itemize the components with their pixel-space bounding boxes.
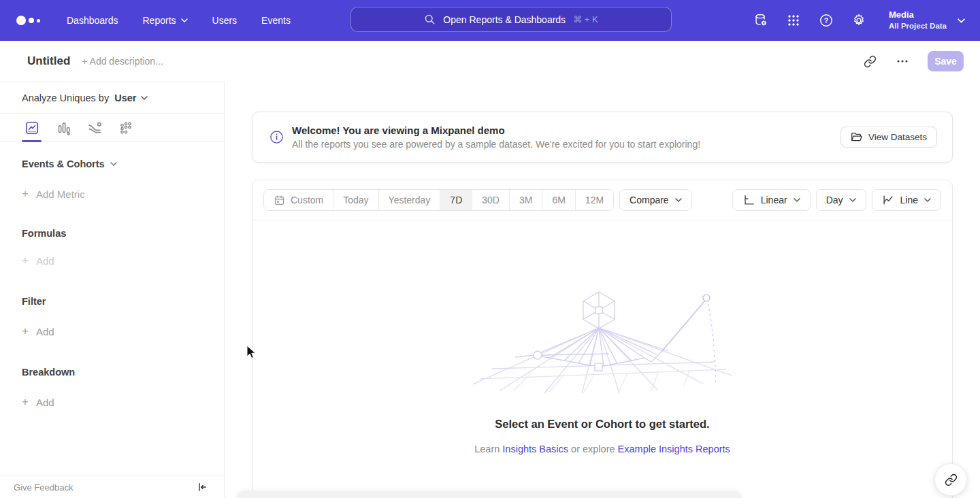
help-icon[interactable]: ? [818,12,834,29]
nav-item-events[interactable]: Events [261,15,291,26]
formulas-section-label: Formulas [22,228,202,239]
chart-card: Custom Today Yesterday 7D 30D 3M 6M 12M … [252,180,953,498]
tab-flows[interactable] [84,118,104,137]
peeking-card-edge [236,491,742,498]
compare-dropdown[interactable]: Compare [619,189,692,211]
tab-bar-chart[interactable] [53,118,73,137]
range-3m[interactable]: 3M [510,190,542,210]
add-metric-button[interactable]: + Add Metric [22,187,202,201]
save-button[interactable]: Save [928,51,964,71]
range-custom[interactable]: Custom [264,190,333,210]
settings-gear-icon[interactable] [851,12,867,29]
project-scope: All Project Data [889,21,947,32]
range-6m[interactable]: 6M [542,190,575,210]
banner-subtitle: All the reports you see are powered by a… [292,139,700,150]
range-7d[interactable]: 7D [440,190,472,210]
range-12m[interactable]: 12M [576,190,613,210]
nav-menu: Dashboards Reports Users Events [67,15,291,26]
data-management-icon[interactable] [753,12,769,29]
add-filter-button[interactable]: + Add [22,325,202,338]
add-formula-button[interactable]: + Add [22,254,202,267]
empty-state: Select an Event or Cohort to get started… [252,220,952,498]
chevron-down-icon [181,18,188,22]
banner-title: Welcome! You are viewing a Mixpanel demo [292,124,700,136]
empty-state-title: Select an Event or Cohort to get started… [495,418,709,431]
give-feedback-link[interactable]: Give Feedback [14,482,73,493]
chart-type-dropdown[interactable]: Line [872,189,941,211]
linear-axis-icon [742,194,755,206]
view-datasets-button[interactable]: View Datasets [840,127,937,148]
insights-basics-link[interactable]: Insights Basics [502,444,568,454]
range-yesterday[interactable]: Yesterday [379,190,441,210]
analyze-value: User [114,93,136,103]
analyze-uniques-dropdown[interactable]: Analyze Uniques by User [0,82,224,114]
events-cohorts-section[interactable]: Events & Cohorts [22,159,202,169]
welcome-banner: Welcome! You are viewing a Mixpanel demo… [252,112,953,163]
nav-item-users[interactable]: Users [212,15,238,26]
collapse-sidebar-icon[interactable] [197,482,208,493]
report-header: Untitled + Add description... Save [0,41,980,82]
visualization-tabs [0,114,224,142]
chevron-down-icon [141,96,148,100]
search-shortcut: ⌘ + K [573,14,598,24]
share-link-fab[interactable] [934,463,967,496]
chevron-down-icon [849,198,856,202]
add-breakdown-button[interactable]: + Add [22,395,202,409]
report-description-placeholder[interactable]: + Add description... [82,56,163,67]
analyze-prefix-label: Analyze Uniques by [22,93,109,103]
search-placeholder: Open Reports & Dashboards [443,14,566,25]
top-nav: Dashboards Reports Users Events Open Rep… [0,0,980,41]
apps-grid-icon[interactable] [785,12,802,29]
example-insights-reports-link[interactable]: Example Insights Reports [618,444,730,454]
chevron-down-icon [110,162,117,166]
project-selector[interactable]: Media All Project Data [889,9,965,31]
filter-section-label: Filter [22,296,202,307]
folder-icon [851,132,862,142]
interval-dropdown[interactable]: Day [816,189,866,211]
nav-item-reports[interactable]: Reports [143,15,188,26]
chevron-down-icon [794,198,800,202]
more-options-icon[interactable] [895,54,910,69]
mixpanel-logo-icon[interactable] [16,16,48,25]
empty-state-links: Learn Insights Basics or explore Example… [474,444,730,454]
breakdown-section-label: Breakdown [22,367,202,378]
chevron-down-icon [924,198,931,202]
chevron-down-icon [675,198,682,202]
range-30d[interactable]: 30D [472,190,510,210]
empty-state-illustration [473,288,732,394]
date-range-group: Custom Today Yesterday 7D 30D 3M 6M 12M [263,189,614,211]
report-title[interactable]: Untitled [27,54,70,68]
info-icon [270,130,284,144]
selected-tab-indicator [22,140,42,142]
copy-link-icon[interactable] [862,54,877,69]
global-search-input[interactable]: Open Reports & Dashboards ⌘ + K [350,7,672,32]
report-canvas: Welcome! You are viewing a Mixpanel demo… [225,82,980,498]
tab-metrics-dots[interactable] [116,118,135,137]
chevron-down-icon [958,18,965,23]
project-name: Media [889,9,947,21]
chart-controls: Custom Today Yesterday 7D 30D 3M 6M 12M … [252,180,952,220]
range-today[interactable]: Today [333,190,378,210]
tab-insights-line[interactable] [22,118,42,137]
search-icon [424,14,436,25]
line-chart-icon [882,194,894,206]
calendar-icon [274,195,285,206]
link-icon [945,474,958,486]
scale-dropdown[interactable]: Linear [732,189,811,211]
nav-item-dashboards[interactable]: Dashboards [67,15,118,26]
svg-text:?: ? [824,16,828,24]
query-sidebar: Analyze Uniques by User [0,82,225,498]
